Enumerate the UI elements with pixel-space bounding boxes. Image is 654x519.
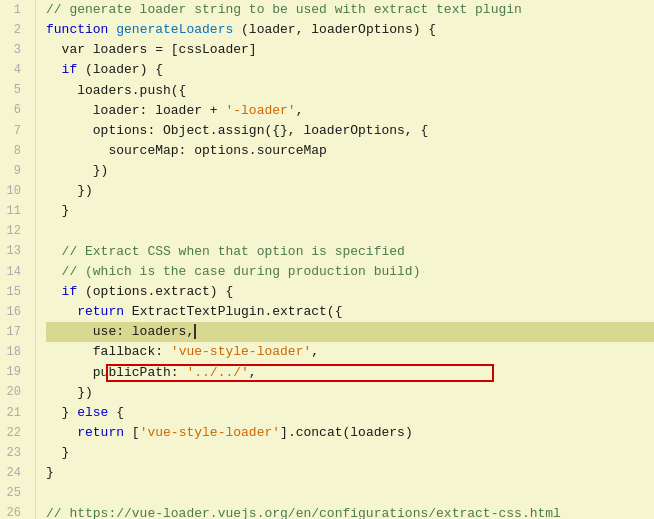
line-number: 4: [0, 60, 27, 80]
line-number: 2: [0, 20, 27, 40]
line-number: 19: [0, 363, 27, 383]
code-line: }): [46, 161, 654, 181]
line-number: 9: [0, 161, 27, 181]
line-number: 16: [0, 302, 27, 322]
code-line: if (options.extract) {: [46, 282, 654, 302]
line-number: 17: [0, 322, 27, 342]
line-number: 11: [0, 201, 27, 221]
line-number: 7: [0, 121, 27, 141]
line-number: 1: [0, 0, 27, 20]
line-number: 14: [0, 262, 27, 282]
line-number: 24: [0, 463, 27, 483]
line-numbers: 1234567891011121314151617181920212223242…: [0, 0, 36, 519]
code-line: var loaders = [cssLoader]: [46, 40, 654, 60]
code-line: }: [46, 201, 654, 221]
code-line: options: Object.assign({}, loaderOptions…: [46, 121, 654, 141]
code-editor: 1234567891011121314151617181920212223242…: [0, 0, 654, 519]
line-number: 10: [0, 181, 27, 201]
line-number: 15: [0, 282, 27, 302]
code-line: }: [46, 463, 654, 483]
code-line: loader: loader + '-loader',: [46, 101, 654, 121]
line-number: 25: [0, 483, 27, 503]
code-line: }): [46, 383, 654, 403]
code-line: // generate loader string to be used wit…: [46, 0, 654, 20]
code-line: }): [46, 181, 654, 201]
code-line: // (which is the case during production …: [46, 262, 654, 282]
line-number: 21: [0, 403, 27, 423]
line-number: 23: [0, 443, 27, 463]
line-number: 12: [0, 222, 27, 242]
code-line: // https://vue-loader.vuejs.org/en/confi…: [46, 504, 654, 519]
code-line: function generateLoaders (loader, loader…: [46, 20, 654, 40]
line-number: 26: [0, 504, 27, 519]
line-number: 6: [0, 101, 27, 121]
line-number: 18: [0, 342, 27, 362]
line-number: 8: [0, 141, 27, 161]
line-number: 5: [0, 81, 27, 101]
code-line: use: loaders,: [46, 322, 654, 342]
code-line: [46, 483, 654, 503]
code-line: loaders.push({: [46, 81, 654, 101]
line-number: 13: [0, 242, 27, 262]
code-line: [46, 222, 654, 242]
code-line: if (loader) {: [46, 60, 654, 80]
line-number: 3: [0, 40, 27, 60]
code-line: publicPath: '../../',: [46, 363, 654, 383]
code-line: }: [46, 443, 654, 463]
code-line: return ['vue-style-loader'].concat(loade…: [46, 423, 654, 443]
code-lines[interactable]: // generate loader string to be used wit…: [36, 0, 654, 519]
code-line: } else {: [46, 403, 654, 423]
line-number: 20: [0, 383, 27, 403]
line-number: 22: [0, 423, 27, 443]
code-line: fallback: 'vue-style-loader',: [46, 342, 654, 362]
code-line: return ExtractTextPlugin.extract({: [46, 302, 654, 322]
code-line: sourceMap: options.sourceMap: [46, 141, 654, 161]
code-line: // Extract CSS when that option is speci…: [46, 242, 654, 262]
